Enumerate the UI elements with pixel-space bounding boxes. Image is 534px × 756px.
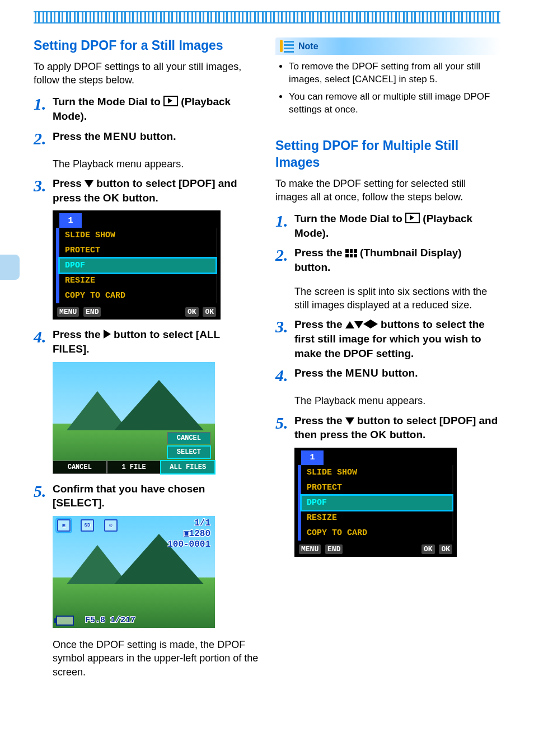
down-arrow-icon <box>345 417 354 425</box>
decorative-top-border <box>34 11 500 24</box>
thumbnail-display-icon <box>345 249 357 257</box>
r-step1-pre: Turn the Mode Dial to <box>294 213 405 224</box>
r-step2-pre: Press the <box>294 247 345 259</box>
step-number: 2. <box>34 130 53 147</box>
step-4-right: 4. Press the MENU button. <box>275 366 500 384</box>
step-number: 5. <box>275 415 294 431</box>
page-section-tab <box>0 255 20 280</box>
step5-text: Confirm that you have chosen [SELECT]. <box>53 482 259 510</box>
camera-allfiles-screenshot: CANCEL SELECT CANCEL 1 FILE ALL FILES <box>53 362 215 474</box>
step-2-right: 2. Press the (Thumbnail Display) button. <box>275 246 500 274</box>
r-step4-post: button. <box>379 367 418 379</box>
step4-pre: Press the <box>53 328 104 340</box>
r-step4-desc: The Playback menu appears. <box>294 394 500 407</box>
step-3-right: 3. Press the buttons to select the first… <box>275 317 500 360</box>
cam-footer-end: END <box>83 307 101 317</box>
right-arrow-icon <box>371 320 378 328</box>
step-4-left: 4. Press the button to select [ALL FILES… <box>34 327 259 356</box>
popup-cancel: CANCEL <box>167 432 210 444</box>
step1-pre: Turn the Mode Dial to <box>53 96 163 107</box>
step-3-left: 3. Press button to select [DPOF] and pre… <box>34 176 259 205</box>
step3-post: button. <box>119 192 158 204</box>
step-number: 3. <box>34 177 53 194</box>
cam-footer-ok: OK <box>421 544 435 554</box>
cam-footer-menu: MENU <box>57 307 79 317</box>
step-1-left: 1. Turn the Mode Dial to (Playback Mode)… <box>34 95 259 123</box>
left-arrow-icon <box>363 320 371 328</box>
playback-mode-icon <box>163 96 178 106</box>
sd-card-icon: SD <box>81 519 94 532</box>
step2-post: button. <box>137 130 176 142</box>
exposure-info: F5.8 1/217 <box>85 616 135 625</box>
step5-desc-left: Once the DPOF setting is made, the DPOF … <box>53 638 259 679</box>
step2-desc-left: The Playback menu appears. <box>53 157 259 171</box>
cam-item-selected: DPOF <box>59 258 216 273</box>
cam-footer-ok2: OK <box>203 307 216 317</box>
step-2-left: 2. Press the MENU button. <box>34 129 259 147</box>
playback-mode-icon <box>405 213 420 223</box>
menu-label: MENU <box>104 130 137 142</box>
r-step5-post: button. <box>387 429 426 440</box>
r-step2-desc: The screen is split into six sections wi… <box>294 285 500 312</box>
cam-tab: 1 <box>301 450 324 465</box>
image-size: 1280 <box>189 529 210 539</box>
down-arrow-icon <box>85 180 93 187</box>
step2-pre: Press the <box>53 130 104 142</box>
cam-item: COPY TO CARD <box>301 525 452 541</box>
cam-item: PROTECT <box>59 243 216 258</box>
opt-allfiles: ALL FILES <box>161 461 215 474</box>
cam-footer-menu: MENU <box>299 544 321 554</box>
section-title-right: Setting DPOF for Multiple Still Images <box>275 138 500 171</box>
frame-count: 1/1 <box>167 518 210 529</box>
cam-item: RESIZE <box>301 510 452 525</box>
intro-right: To make the DPOF setting for selected st… <box>275 177 500 204</box>
file-number: 100-0001 <box>167 539 210 550</box>
down-arrow-icon <box>354 321 363 328</box>
step-number: 1. <box>34 96 53 112</box>
note-icon <box>280 40 294 53</box>
step-number: 5. <box>34 483 53 500</box>
dpof-symbol-icon: ▣ <box>57 519 71 532</box>
section-title-left: Setting DPOF for a Still Images <box>34 37 259 54</box>
step-number: 2. <box>275 247 294 264</box>
circle-icon: ◎ <box>104 519 118 532</box>
cam-footer-end: END <box>325 544 343 554</box>
intro-left: To apply DPOF settings to all your still… <box>34 60 259 87</box>
cam-item: SLIDE SHOW <box>301 465 452 480</box>
step3-pre: Press <box>53 177 85 189</box>
step-number: 3. <box>275 318 294 335</box>
cam-item: PROTECT <box>301 480 452 495</box>
cam-item: COPY TO CARD <box>59 288 216 303</box>
r-step4-pre: Press the <box>294 367 345 379</box>
note-item: To remove the DPOF setting from all your… <box>289 60 497 86</box>
step-number: 4. <box>34 328 53 345</box>
ok-label: OK <box>370 429 387 440</box>
right-arrow-icon <box>104 330 111 339</box>
r-step3-pre: Press the <box>294 318 345 330</box>
opt-1file: 1 FILE <box>107 461 161 474</box>
note-title: Note <box>298 41 318 51</box>
step-1-right: 1. Turn the Mode Dial to (Playback Mode)… <box>275 212 500 240</box>
battery-icon <box>56 616 74 626</box>
cam-item: SLIDE SHOW <box>59 228 216 243</box>
opt-cancel: CANCEL <box>53 461 107 474</box>
step-5-left: 5. Confirm that you have chosen [SELECT]… <box>34 482 259 510</box>
cam-item: RESIZE <box>59 273 216 288</box>
cam-tab: 1 <box>59 213 82 228</box>
camera-confirm-screenshot: ▣ SD ◎ 1/1 ▣1280 100-0001 F5.8 1/217 <box>53 516 215 628</box>
cam-item-selected: DPOF <box>301 495 452 510</box>
popup-select: SELECT <box>167 446 210 458</box>
cam-footer-ok2: OK <box>439 544 452 554</box>
ok-label: OK <box>103 192 120 204</box>
cam-footer-ok: OK <box>185 307 199 317</box>
menu-label: MENU <box>345 367 379 379</box>
step-number: 4. <box>275 367 294 384</box>
note-item: You can remove all or multiple still ima… <box>289 91 497 116</box>
note-box: Note To remove the DPOF setting from all… <box>275 37 500 126</box>
step-5-right: 5. Press the button to select [DPOF] and… <box>275 414 500 442</box>
r-step5-pre: Press the <box>294 415 345 426</box>
camera-menu-screenshot-2: 1 SLIDE SHOW PROTECT DPOF RESIZE COPY TO… <box>294 448 457 557</box>
step-number: 1. <box>275 213 294 229</box>
camera-menu-screenshot-1: 1 SLIDE SHOW PROTECT DPOF RESIZE COPY TO… <box>53 210 221 320</box>
up-arrow-icon <box>345 321 354 328</box>
